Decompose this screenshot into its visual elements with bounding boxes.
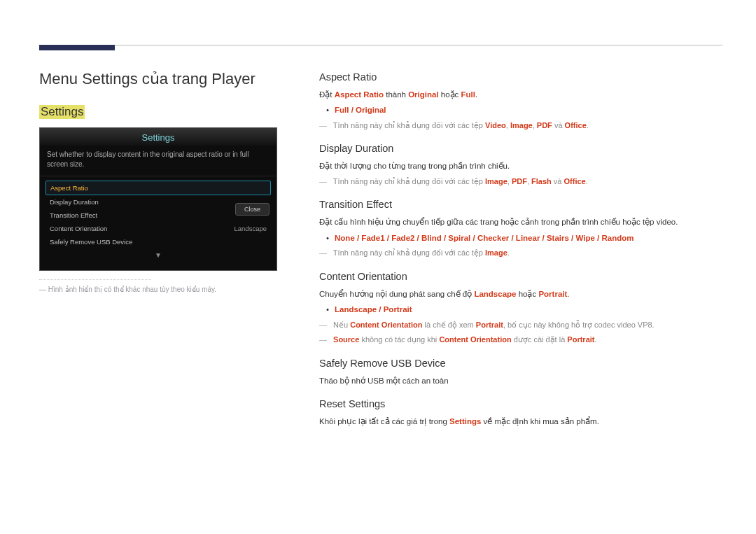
bullet-transition-options: None / Fade1 / Fade2 / Blind / Spiral / … (326, 232, 717, 244)
device-settings-screenshot: Settings Set whether to display content … (39, 127, 277, 271)
close-button[interactable]: Close (235, 203, 270, 216)
text-usb-line1: Tháo bộ nhớ USB một cách an toàn (319, 374, 717, 387)
menu-item-label: Safely Remove USB Device (50, 238, 132, 246)
menu-item-value: Landscape (234, 225, 267, 232)
text-reset-line1: Khôi phục lại tất cả các giá trị trong S… (319, 415, 717, 428)
note-content-orientation-1: Nếu Content Orientation là chế độ xem Po… (319, 319, 717, 332)
note-display-duration: Tính năng này chỉ khả dụng đối với các t… (319, 176, 717, 188)
menu-item-label: Display Duration (50, 198, 99, 206)
heading-safely-remove-usb: Safely Remove USB Device (319, 358, 717, 369)
menu-item-safely-remove-usb[interactable]: Safely Remove USB Device (46, 235, 271, 248)
menu-item-aspect-ratio[interactable]: Aspect Ratio (46, 181, 271, 195)
caption-divider (39, 279, 151, 280)
note-transition: Tính năng này chỉ khả dụng đối với các t… (319, 247, 717, 260)
top-accent-bar (39, 45, 115, 50)
menu-item-label: Content Orientation (50, 225, 107, 232)
heading-display-duration: Display Duration (319, 143, 717, 154)
menu-item-content-orientation[interactable]: Content Orientation Landscape (46, 222, 271, 235)
bullet-aspect-ratio-options: Full / Original (326, 104, 717, 116)
text-transition-line1: Đặt cấu hình hiệu ứng chuyển tiếp giữa c… (319, 216, 717, 228)
text-aspect-ratio-line1: Đặt Aspect Ratio thành Original hoặc Ful… (319, 88, 717, 101)
note-aspect-ratio: Tính năng này chỉ khả dụng đối với các t… (319, 120, 717, 132)
menu-item-label: Aspect Ratio (50, 184, 88, 192)
text-display-duration-line1: Đặt thời lượng cho từng trang trong phần… (319, 160, 717, 172)
heading-transition-effect: Transition Effect (319, 199, 717, 210)
caption-note: ― Hình ảnh hiển thị có thể khác nhau tùy… (39, 286, 281, 293)
page-title: Menu Settings của trang Player (39, 70, 281, 88)
note-content-orientation-2: Source không có tác dụng khi Content Ori… (319, 334, 717, 346)
text-content-orientation-line1: Chuyển hướng nội dung phát sang chế độ L… (319, 288, 717, 300)
top-divider (39, 45, 722, 55)
chevron-down-icon[interactable]: ▼ (46, 248, 271, 263)
device-header: Settings (40, 128, 276, 146)
device-subtitle: Set whether to display content in the or… (40, 146, 276, 176)
menu-item-label: Transition Effect (50, 211, 97, 219)
heading-reset-settings: Reset Settings (319, 398, 717, 409)
heading-content-orientation: Content Orientation (319, 271, 717, 282)
heading-aspect-ratio: Aspect Ratio (319, 71, 717, 83)
bullet-content-orientation-options: Landscape / Portrait (326, 303, 717, 316)
section-highlight-settings: Settings (39, 105, 85, 119)
